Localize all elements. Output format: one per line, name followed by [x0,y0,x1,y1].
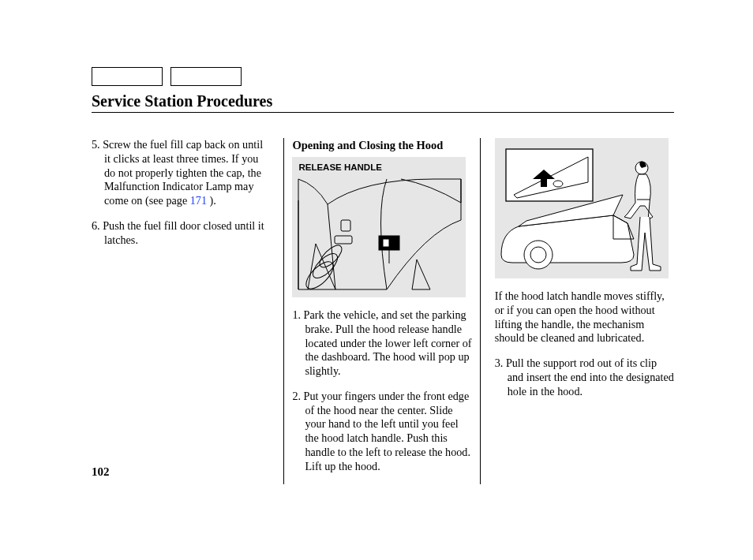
step-text: Park the vehicle, and set the parking br… [304,308,472,377]
svg-rect-3 [335,236,352,244]
list-item: 3. Pull the support rod out of its clip … [495,357,674,398]
step-text-after: ). [207,194,216,207]
list-item: 5. Screw the fuel fill cap back on until… [92,138,269,208]
column-1: 5. Screw the fuel fill cap back on until… [92,138,283,484]
title-rule [92,112,674,113]
svg-rect-6 [383,239,389,247]
step-text: Pull the support rod out of its clip and… [506,357,674,398]
tab-box [92,67,163,86]
page-link[interactable]: 171 [190,194,207,207]
illustration-open-hood [495,138,669,278]
page-title: Service Station Procedures [92,92,674,110]
tab-boxes [92,67,674,86]
step-number: 3. [495,357,504,369]
svg-point-2 [317,242,346,271]
illustration-release-handle: RELEASE HANDLE [292,157,466,297]
tab-box [170,67,242,86]
step-text: Push the fuel fill door closed until it … [103,219,264,246]
list-item: 6. Push the fuel fill door closed until … [92,219,269,248]
step-number: 5. [92,138,100,151]
page-number: 102 [92,465,110,479]
list-item: 2. Put your fingers under the front edge… [292,390,471,474]
step-text: Screw the fuel fill cap back on until it… [103,138,263,207]
illustration-label: RELEASE HANDLE [298,162,381,173]
column-2: Opening and Closing the Hood RELEASE HAN… [283,138,480,484]
svg-rect-4 [341,220,350,231]
subheading: Opening and Closing the Hood [292,138,471,152]
paragraph: If the hood latch handle moves stiffly, … [495,289,674,345]
list-item: 1. Park the vehicle, and set the parking… [292,308,471,379]
step-number: 1. [292,308,301,321]
step-number: 6. [92,219,100,232]
step-number: 2. [292,390,301,402]
svg-point-8 [524,241,553,269]
step-text: Put your fingers under the front edge of… [304,390,470,472]
dashboard-diagram-icon [292,157,466,297]
open-hood-diagram-icon [495,138,669,278]
column-3: If the hood latch handle moves stiffly, … [481,138,674,484]
